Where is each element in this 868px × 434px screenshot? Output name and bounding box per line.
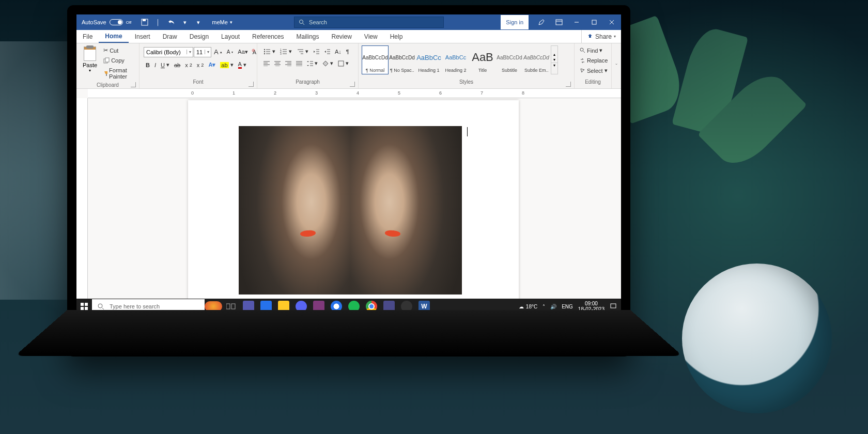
numbering-button[interactable]: 123▾ (278, 47, 294, 56)
chevron-down-icon[interactable]: ▾ (187, 50, 193, 54)
borders-button[interactable]: ▾ (336, 58, 351, 68)
line-spacing-button[interactable]: ▾ (305, 58, 320, 68)
background-jar (0, 41, 72, 300)
chevron-down-icon[interactable]: ▾ (205, 50, 211, 54)
tab-view[interactable]: View (358, 30, 384, 43)
svg-point-2 (300, 20, 303, 24)
dialog-launcher-icon[interactable] (350, 82, 355, 87)
tab-draw[interactable]: Draw (157, 30, 183, 43)
superscript-button[interactable]: x2 (195, 60, 206, 70)
autosave-toggle[interactable]: AutoSave Off (76, 14, 136, 30)
background-plant (610, 21, 775, 186)
tab-design[interactable]: Design (183, 30, 215, 43)
share-button[interactable]: Share ▾ (581, 30, 621, 43)
dialog-launcher-icon[interactable] (249, 82, 254, 87)
ribbon-group-editing: Find▾ Replace Select▾ Editing (575, 43, 612, 88)
style--no-spac-[interactable]: AaBbCcDd¶ No Spac... (389, 45, 415, 74)
maximize-button[interactable] (586, 15, 602, 29)
dialog-launcher-icon[interactable] (566, 82, 571, 87)
underline-button[interactable]: U▾ (159, 60, 172, 70)
redo-icon[interactable]: ▾ (181, 18, 189, 26)
replace-icon (580, 58, 585, 64)
tray-chevron-up-icon[interactable]: ˄ (542, 304, 545, 309)
tab-layout[interactable]: Layout (215, 30, 246, 43)
align-left-button[interactable] (261, 59, 272, 68)
grow-font-button[interactable]: A▴ (212, 47, 224, 57)
change-case-button[interactable]: Aa▾ (236, 47, 250, 57)
ribbon-group-styles: AaBbCcDd¶ NormalAaBbCcDd¶ No Spac...AaBb… (359, 43, 575, 88)
subscript-button[interactable]: x2 (183, 60, 194, 70)
page[interactable] (188, 100, 519, 304)
style-title[interactable]: AaBTitle (469, 45, 496, 74)
vertical-ruler[interactable] (76, 98, 88, 304)
notifications-icon[interactable] (610, 303, 617, 310)
style--normal[interactable]: AaBbCcDd¶ Normal (362, 45, 389, 74)
bold-button[interactable]: B (144, 60, 152, 70)
tab-mailings[interactable]: Mailings (290, 30, 325, 43)
svg-rect-72 (611, 304, 616, 308)
svg-rect-7 (592, 20, 596, 24)
shading-button[interactable]: ▾ (320, 58, 335, 68)
tab-file[interactable]: File (76, 30, 99, 43)
decrease-indent-button[interactable] (311, 47, 321, 56)
svg-line-55 (583, 51, 585, 53)
italic-button[interactable]: I (152, 60, 158, 70)
font-size-input[interactable] (194, 48, 205, 57)
font-size-combo[interactable]: ▾ (194, 47, 211, 57)
tab-insert[interactable]: Insert (129, 30, 157, 43)
font-name-input[interactable] (144, 48, 187, 57)
align-right-button[interactable] (283, 59, 293, 68)
horizontal-ruler[interactable]: 012345678 (88, 89, 621, 98)
sign-in-button[interactable]: Sign in (500, 14, 529, 30)
weather-widget[interactable]: ☁18°C (519, 304, 537, 309)
style-heading-2[interactable]: AaBbCcHeading 2 (442, 45, 469, 74)
paste-button[interactable]: Paste ▾ (80, 45, 100, 74)
font-name-combo[interactable]: ▾ (144, 47, 193, 57)
replace-button[interactable]: Replace (578, 56, 610, 65)
pen-icon[interactable] (533, 15, 550, 29)
collapse-ribbon-button[interactable]: ˇ (612, 43, 621, 88)
copy-button[interactable]: Copy (101, 56, 136, 65)
strikethrough-button[interactable]: ab (172, 60, 182, 70)
highlight-button[interactable]: ab▾ (218, 60, 235, 70)
tab-home[interactable]: Home (99, 30, 128, 43)
search-box[interactable]: Search (294, 17, 444, 28)
style-subtle-em-[interactable]: AaBbCcDdSubtle Em... (523, 45, 550, 74)
multilevel-list-button[interactable]: ▾ (295, 47, 311, 56)
show-marks-button[interactable]: ¶ (344, 47, 351, 56)
font-color-button[interactable]: A▾ (236, 59, 249, 70)
dialog-launcher-icon[interactable] (131, 82, 136, 87)
find-button[interactable]: Find▾ (578, 45, 605, 55)
styles-more-button[interactable]: ▴▾▾ (551, 45, 558, 74)
format-painter-button[interactable]: Format Painter (101, 66, 136, 81)
tab-references[interactable]: References (246, 30, 290, 43)
text-cursor (467, 127, 468, 136)
bullets-button[interactable]: ▾ (261, 47, 277, 56)
style-subtitle[interactable]: AaBbCcDdSubtitle (496, 45, 523, 74)
qat-customize-icon[interactable]: ▾ (194, 18, 203, 26)
ribbon-mode-icon[interactable] (551, 15, 567, 29)
document-name[interactable]: meMe ▾ (207, 14, 238, 30)
align-center-button[interactable] (272, 59, 283, 68)
quick-access-toolbar: │ ▾ ▾ (136, 14, 207, 30)
minimize-button[interactable] (568, 15, 585, 29)
increase-indent-button[interactable] (322, 47, 332, 56)
text-effects-button[interactable]: A▾ (206, 60, 218, 70)
inserted-image-mirrored-portrait[interactable] (239, 126, 462, 295)
sort-button[interactable]: A↓ (333, 47, 344, 56)
cut-button[interactable]: ✂Cut (101, 45, 136, 55)
svg-rect-70 (226, 304, 230, 309)
search-icon (299, 19, 305, 25)
tab-review[interactable]: Review (326, 30, 358, 43)
select-button[interactable]: Select▾ (578, 66, 610, 75)
style-heading-1[interactable]: AaBbCcHeading 1 (415, 45, 442, 74)
ribbon: Paste ▾ ✂Cut Copy Format Painter Clipboa… (76, 43, 621, 89)
tab-help[interactable]: Help (384, 30, 409, 43)
language-indicator[interactable]: ENG (562, 304, 573, 309)
save-icon[interactable] (141, 18, 149, 26)
volume-icon[interactable]: 🔊 (550, 304, 556, 309)
shrink-font-button[interactable]: A▾ (225, 48, 236, 56)
undo-icon[interactable] (167, 18, 176, 26)
close-button[interactable] (603, 15, 620, 29)
justify-button[interactable] (294, 59, 304, 68)
